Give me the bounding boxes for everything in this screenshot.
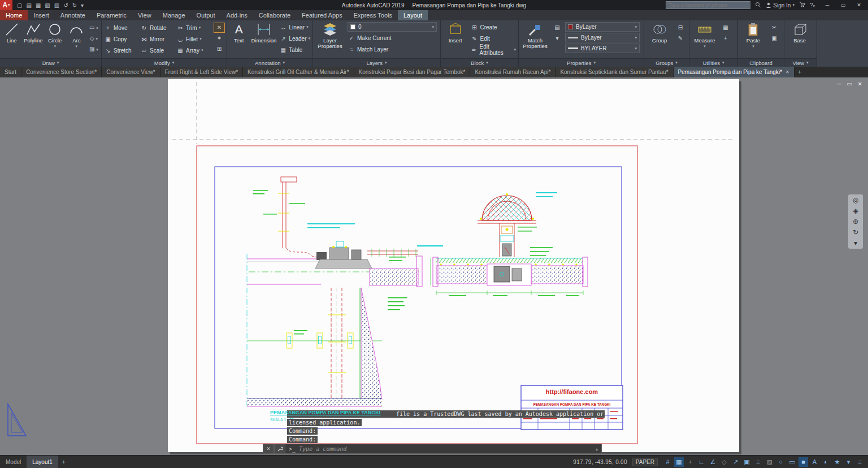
mirror-button[interactable]: ⋈Mirror <box>140 33 175 45</box>
paper-space-toggle[interactable]: PAPER <box>632 458 658 466</box>
layer-dropdown[interactable]: 0 ▾ <box>348 22 437 32</box>
orbit-icon[interactable]: ↻ <box>853 228 858 236</box>
snap-icon[interactable]: # <box>663 457 672 467</box>
edit-attributes-button[interactable]: ✏Edit Attributes▾ <box>470 45 516 55</box>
move-button[interactable]: +Move <box>104 22 139 33</box>
app-menu-button[interactable]: A▾ <box>0 0 12 10</box>
ortho-icon[interactable]: ∟ <box>697 457 706 467</box>
panel-label-groups[interactable]: Groups▾ <box>644 58 689 67</box>
dynamic-ucs-icon[interactable]: ▭ <box>787 457 797 467</box>
line-button[interactable]: Line <box>2 22 21 44</box>
polar-tracking-icon[interactable]: ∠ <box>708 457 718 467</box>
rotate-button[interactable]: ↻Rotate <box>140 22 175 33</box>
quick-calc-icon[interactable]: ▦ <box>721 23 731 32</box>
tab-annotate[interactable]: Annotate <box>55 10 91 20</box>
command-close-icon[interactable]: ✕ <box>263 444 274 454</box>
tab-collaborate[interactable]: Collaborate <box>253 10 296 20</box>
file-tab[interactable]: Convenience Store Section* <box>21 67 102 77</box>
panel-label-utilities[interactable]: Utilities▾ <box>689 58 737 67</box>
array-button[interactable]: ▦Array▾ <box>176 45 211 56</box>
maximize-icon[interactable]: ▭ <box>835 2 851 8</box>
workspace-icon[interactable]: ★ <box>832 457 842 467</box>
id-point-icon[interactable]: + <box>721 34 731 43</box>
lineweight-icon[interactable]: ≡ <box>753 457 763 467</box>
group-button[interactable]: Group <box>646 22 672 44</box>
paste-button[interactable]: Paste▾ <box>740 22 766 49</box>
pan-icon[interactable]: ◈ <box>853 207 858 215</box>
copy-button[interactable]: ▣Copy <box>104 33 139 45</box>
arc-button[interactable]: Arc▾ <box>67 22 86 49</box>
undo-icon[interactable]: ↺ <box>63 2 68 8</box>
rectangle-icon[interactable]: ▭ ▾ <box>89 23 99 32</box>
viewport-close-icon[interactable]: ✕ <box>858 81 862 87</box>
cart-icon[interactable] <box>799 2 805 8</box>
layout1-tab[interactable]: Layout1 <box>27 456 58 468</box>
tab-insert[interactable]: Insert <box>28 10 55 20</box>
object-snap-tracking-icon[interactable]: ↗ <box>731 457 740 467</box>
drawing-canvas[interactable]: ─ ▭ ✕ ◎ ◈ ⊕ ↻ ▾ PEMASANGAN POMPA DAN PIP… <box>0 77 868 455</box>
save-as-icon[interactable]: ▧ <box>45 2 50 8</box>
explode-icon[interactable]: ✶ <box>214 34 224 43</box>
file-tab[interactable]: Konstruksi Pagar Besi dan Pagar Tembok* <box>354 67 471 77</box>
customization-icon[interactable]: ≡ <box>855 457 865 467</box>
object-snap-icon[interactable]: ▣ <box>742 457 752 467</box>
tab-express-tools[interactable]: Express Tools <box>348 10 398 20</box>
trim-button[interactable]: ✂Trim▾ <box>176 22 211 33</box>
tab-close-icon[interactable]: ✕ <box>785 70 789 75</box>
redo-icon[interactable]: ↻ <box>72 2 77 8</box>
color-dropdown[interactable]: ByLayer▾ <box>565 22 640 32</box>
panel-label-draw[interactable]: Draw▾ <box>0 58 101 67</box>
sign-in-button[interactable]: Sign In▾ <box>766 2 795 8</box>
zoom-icon[interactable]: ⊕ <box>853 218 858 226</box>
plot-icon[interactable]: ▥ <box>54 2 59 8</box>
search-input[interactable] <box>666 1 750 9</box>
match-properties-button[interactable]: Match Properties <box>521 22 549 49</box>
minimize-icon[interactable]: ─ <box>819 2 835 8</box>
annotation-visibility-icon[interactable]: A <box>810 457 819 467</box>
panel-label-clipboard[interactable]: Clipboard <box>738 58 784 67</box>
table-button[interactable]: ▦Table <box>279 45 310 55</box>
layer-properties-button[interactable]: Layer Properties <box>315 22 345 49</box>
grid-icon[interactable]: ▦ <box>674 457 684 467</box>
new-file-icon[interactable]: ▢ <box>17 2 22 8</box>
file-tab[interactable]: Konstruksi Rumah Racun Api* <box>470 67 555 77</box>
command-input[interactable]: >_ Type a command ▴ <box>285 444 602 454</box>
close-icon[interactable]: ✕ <box>851 2 867 8</box>
tab-output[interactable]: Output <box>191 10 221 20</box>
tab-manage[interactable]: Manage <box>157 10 191 20</box>
match-layer-button[interactable]: ≈Match Layer <box>348 44 437 54</box>
dynamic-input-icon[interactable]: ■ <box>798 457 808 467</box>
panel-label-annotation[interactable]: Annotation▾ <box>227 58 313 67</box>
group-edit-icon[interactable]: ✎ <box>675 34 685 43</box>
file-tab-start[interactable]: Start <box>0 67 21 77</box>
help-icon[interactable]: ?▾ <box>810 2 815 8</box>
file-tab[interactable]: Front Right & Left Side View* <box>160 67 243 77</box>
viewport-restore-icon[interactable]: ▭ <box>847 81 852 87</box>
panel-label-properties[interactable]: Properties▾ <box>519 58 644 67</box>
erase-icon[interactable]: ✕ <box>214 23 224 32</box>
file-tab-active[interactable]: Pemasangan Pompa dan Pipa ke Tangki* ✕ <box>674 67 795 77</box>
measure-button[interactable]: Measure▾ <box>692 22 718 49</box>
base-button[interactable]: Base <box>787 22 813 44</box>
full-navigation-wheel-icon[interactable]: ◎ <box>853 196 858 204</box>
hatch-icon[interactable]: ▨ ▾ <box>89 45 99 54</box>
qat-dropdown-icon[interactable]: ▾ <box>81 2 84 8</box>
scale-button[interactable]: ▱Scale <box>140 45 175 56</box>
viewport-minimize-icon[interactable]: ─ <box>837 81 841 87</box>
search-icon[interactable] <box>755 2 761 9</box>
make-current-button[interactable]: ✓Make Current <box>348 33 437 43</box>
circle-button[interactable]: Circle▾ <box>46 22 64 49</box>
text-button[interactable]: A Text <box>229 22 248 44</box>
panel-label-layers[interactable]: Layers▾ <box>313 58 440 67</box>
navbar-menu-icon[interactable]: ▾ <box>854 239 857 247</box>
model-tab[interactable]: Model <box>0 456 27 468</box>
offset-icon[interactable]: ⊞ <box>214 45 224 54</box>
cut-icon[interactable]: ✂ <box>769 23 779 32</box>
leader-button[interactable]: ↗Leader▾ <box>279 33 310 44</box>
transparency-icon[interactable]: ▨ <box>765 457 774 467</box>
command-customize-icon[interactable] <box>274 444 285 454</box>
ungroup-icon[interactable]: ⊟ <box>675 23 685 32</box>
file-tab[interactable]: Konstruksi Septicktank dan Sumur Pantau* <box>555 67 673 77</box>
open-file-icon[interactable]: ▤ <box>26 2 31 8</box>
command-collapse-icon[interactable]: ▴ <box>596 447 598 452</box>
